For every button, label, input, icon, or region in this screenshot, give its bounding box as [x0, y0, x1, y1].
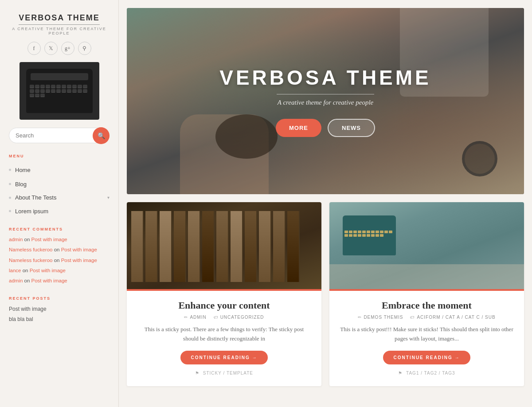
- comment-item: admin on Post with image: [9, 277, 110, 285]
- hero-subtitle: A creative theme for creative people: [219, 99, 431, 106]
- category-icon-2: 🏷: [410, 315, 415, 320]
- twitter-icon[interactable]: 𝕏: [44, 42, 58, 55]
- comment-item: Nameless fuckeroo on Post with image: [9, 246, 110, 254]
- continue-reading-button-2[interactable]: CONTINUE READING →: [383, 351, 471, 364]
- nav-item-home[interactable]: Home: [9, 163, 110, 177]
- site-title: VERBOSA THEME: [19, 13, 99, 25]
- sidebar: VERBOSA THEME A CREATIVE THEME FOR CREAT…: [0, 0, 119, 407]
- desk-deco: [329, 264, 524, 291]
- tags-icon-2: ⚑: [398, 371, 403, 376]
- recent-post-item[interactable]: bla bla bal: [9, 315, 110, 323]
- post-author-1: ✏ ADMIN: [184, 315, 206, 320]
- post-excerpt-1: This is a sticky post. There are a few t…: [137, 325, 312, 344]
- nav-menu: Home Blog About The Tests ▾ Lorem ipsum: [9, 163, 110, 218]
- recent-post-item[interactable]: Post with image: [9, 305, 110, 313]
- books-background: [127, 202, 321, 291]
- posts-grid: Enhance your content ✏ ADMIN 🏷 UNCATEGOR…: [127, 202, 524, 386]
- hero-more-button[interactable]: MORE: [276, 119, 321, 137]
- hero-divider: [277, 94, 374, 94]
- post-tags-2: ⚑ TAG1 / TAG2 / TAG3: [339, 371, 514, 380]
- recent-comments-label: RECENT COMMENTS: [9, 227, 63, 231]
- link-icon[interactable]: ⚲: [78, 42, 91, 55]
- post-category-2: 🏷 ACIFORM / CAT A / CAT C / SUB: [410, 315, 495, 320]
- recent-comments-list: admin on Post with image Nameless fucker…: [9, 236, 110, 287]
- recent-posts-list: Post with image bla bla bal: [9, 305, 110, 325]
- menu-section-label: MENU: [9, 154, 24, 158]
- post-image-2: [329, 202, 524, 291]
- search-button[interactable]: 🔍: [93, 127, 110, 144]
- post-title-1: Enhance your content: [137, 300, 312, 311]
- post-author-2: ✏ DEMOS THEMIS: [358, 315, 403, 320]
- search-bar: 🔍: [9, 128, 110, 143]
- tags-icon: ⚑: [195, 371, 200, 376]
- post-card-2: Embrace the moment ✏ DEMOS THEMIS 🏷 ACIF…: [329, 202, 524, 386]
- hero-deco-watch: [462, 141, 497, 176]
- googleplus-icon[interactable]: g+: [61, 42, 74, 55]
- post-image-bar-2: [329, 289, 524, 291]
- post-body-1: Enhance your content ✏ ADMIN 🏷 UNCATEGOR…: [127, 291, 321, 386]
- post-card-1: Enhance your content ✏ ADMIN 🏷 UNCATEGOR…: [127, 202, 321, 386]
- nav-item-about[interactable]: About The Tests ▾: [9, 191, 110, 204]
- post-meta-1: ✏ ADMIN 🏷 UNCATEGORIZED: [137, 315, 312, 320]
- comment-item: admin on Post with image: [9, 236, 110, 243]
- post-meta-2: ✏ DEMOS THEMIS 🏷 ACIFORM / CAT A / CAT C…: [339, 315, 514, 320]
- post-title-2: Embrace the moment: [339, 300, 514, 311]
- post-excerpt-2: This is a sticky post!!! Make sure it st…: [339, 325, 514, 344]
- chevron-down-icon: ▾: [107, 195, 110, 200]
- post-image-bar: [127, 289, 321, 291]
- recent-posts-label: RECENT POSTS: [9, 296, 51, 301]
- author-icon-2: ✏: [358, 315, 362, 320]
- typewriter-background: [329, 202, 524, 291]
- post-category-1: 🏷 UNCATEGORIZED: [214, 315, 264, 320]
- main-content: VERBOSA THEME A creative theme for creat…: [119, 0, 532, 407]
- nav-item-lorem[interactable]: Lorem ipsum: [9, 204, 110, 218]
- comment-item: Nameless fuckeroo on Post with image: [9, 257, 110, 264]
- site-subtitle: A CREATIVE THEME FOR CREATIVE PEOPLE: [9, 27, 110, 35]
- nav-item-blog[interactable]: Blog: [9, 177, 110, 191]
- hero-title: VERBOSA THEME: [219, 66, 431, 90]
- author-icon: ✏: [184, 315, 188, 320]
- hero-buttons: MORE NEWS: [219, 119, 431, 137]
- continue-reading-button-1[interactable]: CONTINUE READING →: [180, 351, 268, 364]
- hero-overlay: VERBOSA THEME A creative theme for creat…: [219, 66, 431, 137]
- category-icon: 🏷: [214, 315, 219, 320]
- hero-news-button[interactable]: NEWS: [328, 119, 375, 137]
- sidebar-logo-image: [20, 62, 99, 120]
- comment-item: lance on Post with image: [9, 267, 110, 274]
- post-tags-1: ⚑ STICKY / TEMPLATE: [137, 371, 312, 380]
- post-image-1: [127, 202, 321, 291]
- hero-section: VERBOSA THEME A creative theme for creat…: [127, 8, 524, 194]
- post-body-2: Embrace the moment ✏ DEMOS THEMIS 🏷 ACIF…: [329, 291, 524, 386]
- social-icons-bar: f 𝕏 g+ ⚲: [27, 42, 91, 55]
- facebook-icon[interactable]: f: [27, 42, 41, 55]
- typewriter-deco: [343, 215, 396, 255]
